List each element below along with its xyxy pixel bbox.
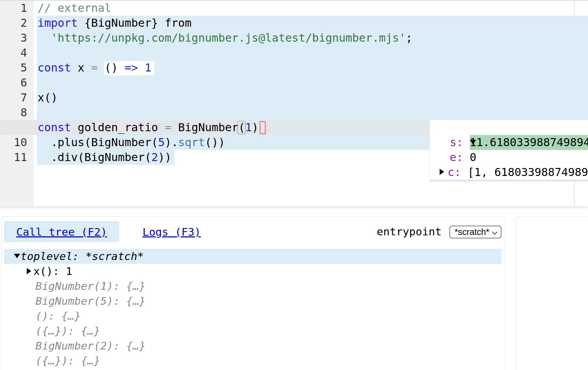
code-token: => xyxy=(124,61,138,74)
code-token: {BigNumber} from xyxy=(78,16,192,30)
prop-key: e: xyxy=(450,151,463,164)
code-token xyxy=(38,31,51,44)
call-tree: toplevel: *scratch*x(): 1BigNumber(1): {… xyxy=(2,249,505,370)
result-prop-row: c:[1, 61803398874989 xyxy=(430,165,588,180)
result-value-row: 1.61803398874989484821 xyxy=(430,120,588,135)
tree-row-pending[interactable]: ({…}): {…} xyxy=(2,353,505,368)
tree-row-label: ({…}): {…} xyxy=(35,354,100,367)
tree-row-label: BigNumber(5): {…} xyxy=(35,295,146,307)
code-token: ; xyxy=(406,31,413,44)
chevron-down-icon xyxy=(492,230,497,235)
code-line-4[interactable] xyxy=(38,45,588,60)
tree-row-pending[interactable]: BigNumber(2): {…} xyxy=(2,338,505,353)
prop-value: [1, 61803398874989 xyxy=(468,166,588,179)
triangle-right-icon xyxy=(27,268,31,274)
editor-top-border xyxy=(0,0,588,1)
code-line-5[interactable]: const x = () => 1 xyxy=(38,60,588,75)
code-token: 1 xyxy=(145,61,151,74)
prop-value: 1 xyxy=(470,136,476,149)
tree-row-label: toplevel: *scratch* xyxy=(21,250,144,262)
entrypoint-select[interactable]: *scratch* xyxy=(449,226,501,238)
code-line-7[interactable]: x() xyxy=(38,90,588,105)
call-tree-tab-link[interactable]: Call tree (F2) xyxy=(16,226,107,238)
tree-row-pending[interactable]: (): {…} xyxy=(2,309,505,323)
side-panel xyxy=(516,216,588,370)
tree-row-pending[interactable]: BigNumber(5): {…} xyxy=(2,294,505,309)
code-token: const xyxy=(38,61,71,74)
code-token: 'https://unpkg.com/bignumber.js@latest/b… xyxy=(51,31,406,44)
code-line-6[interactable] xyxy=(38,75,588,90)
code-line-2[interactable]: import {BigNumber} from xyxy=(38,16,588,31)
tab-call-tree[interactable]: Call tree (F2) xyxy=(4,221,119,242)
tree-row-label: x(): 1 xyxy=(33,265,72,277)
prop-value: 0 xyxy=(470,151,476,164)
result-tooltip: 1.61803398874989484821 s:1 e:0 c:[1, 618… xyxy=(430,120,588,180)
code-token: ). xyxy=(165,136,178,149)
result-value-highlight: 1.61803398874989484821 xyxy=(470,135,588,150)
code-line-8[interactable] xyxy=(38,105,588,120)
tree-row-label: BigNumber(1): {…} xyxy=(35,280,146,292)
code-token: 2 xyxy=(152,151,158,164)
logs-tab-link[interactable]: Logs (F3) xyxy=(142,226,201,238)
code-token: .plus(BigNumber( xyxy=(38,136,158,149)
entrypoint-label: entrypoint xyxy=(377,221,442,242)
code-token: import xyxy=(38,16,78,30)
code-token: 5 xyxy=(158,136,165,149)
code-token: BigNumber( xyxy=(171,121,245,134)
code-token: x xyxy=(71,61,91,74)
code-token: ) xyxy=(252,121,259,134)
code-line-1[interactable]: // external xyxy=(38,1,588,16)
text-cursor-box xyxy=(260,121,266,134)
code-token: = xyxy=(91,61,98,74)
code-token xyxy=(138,61,145,74)
code-token: () xyxy=(98,61,124,74)
code-token: .div(BigNumber( xyxy=(38,151,152,164)
tree-row-pending[interactable]: ({…}): {…} xyxy=(2,323,505,338)
code-editor[interactable]: 1234567891011 // externalimport {BigNumb… xyxy=(0,0,588,207)
entrypoint-selected-value: *scratch* xyxy=(455,227,489,237)
code-token: x() xyxy=(38,91,58,104)
code-token: ()) xyxy=(205,136,225,149)
tree-row-label: (): {…} xyxy=(35,310,81,322)
tree-row-label: BigNumber(2): {…} xyxy=(35,339,146,352)
matching-paren-box xyxy=(237,121,246,134)
code-token: sqrt xyxy=(178,136,205,149)
tree-row-pending[interactable]: BigNumber(1): {…} xyxy=(2,279,505,294)
tree-row-call[interactable]: x(): 1 xyxy=(2,264,505,279)
tab-logs[interactable]: Logs (F3) xyxy=(142,221,201,242)
tree-row-label: ({…}): {…} xyxy=(35,325,100,337)
code-token: 1 xyxy=(245,121,252,134)
code-token: )) xyxy=(158,151,172,164)
triangle-down-icon xyxy=(14,254,20,258)
code-token: const xyxy=(38,121,71,134)
code-line-3[interactable]: 'https://unpkg.com/bignumber.js@latest/b… xyxy=(38,31,588,45)
result-prop-row: e:0 xyxy=(430,150,588,165)
prop-key: s: xyxy=(450,136,463,149)
code-token: = xyxy=(165,121,171,134)
tree-row-toplevel[interactable]: toplevel: *scratch* xyxy=(4,249,501,264)
result-value: 1.61803398874989484821 xyxy=(476,136,588,149)
call-tree-panel: Call tree (F2) Logs (F3) entrypoint *scr… xyxy=(1,216,506,370)
code-token: golden_ratio xyxy=(71,121,165,134)
prop-key: c: xyxy=(448,166,461,179)
triangle-right-icon[interactable] xyxy=(440,169,444,175)
code-token: // external xyxy=(38,1,111,15)
